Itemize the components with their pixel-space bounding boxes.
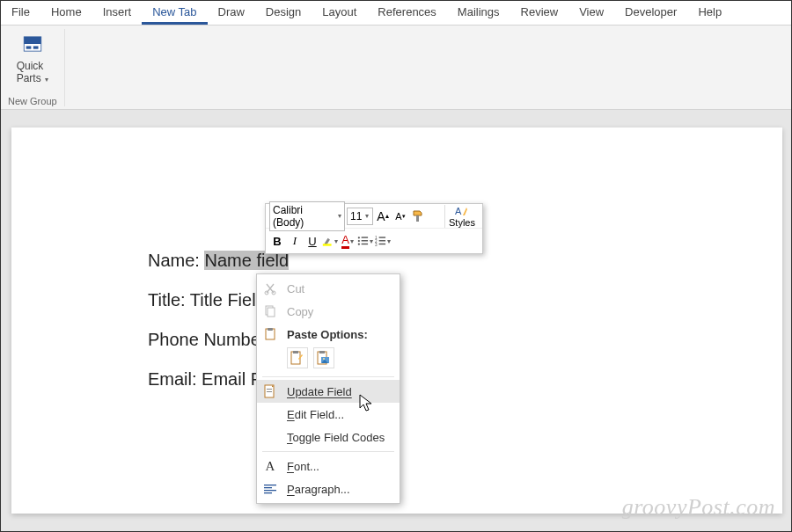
ctx-font[interactable]: A Font... bbox=[257, 455, 400, 477]
svg-rect-12 bbox=[362, 244, 368, 244]
tab-help[interactable]: Help bbox=[687, 1, 732, 25]
svg-rect-24 bbox=[268, 328, 273, 331]
bold-button[interactable]: B bbox=[269, 233, 285, 249]
paste-options-row bbox=[257, 346, 400, 374]
svg-rect-14 bbox=[379, 237, 385, 237]
styles-label: Styles bbox=[449, 217, 475, 228]
svg-rect-4 bbox=[416, 215, 419, 222]
tab-view[interactable]: View bbox=[568, 1, 614, 25]
ctx-font-label: Font... bbox=[287, 460, 319, 473]
svg-rect-25 bbox=[291, 352, 300, 364]
name-label: Name: bbox=[148, 251, 204, 270]
increase-font-icon[interactable]: A▴ bbox=[375, 208, 391, 224]
format-painter-icon[interactable] bbox=[410, 208, 426, 224]
font-name-value: Calibri (Body) bbox=[273, 204, 334, 229]
svg-rect-8 bbox=[362, 237, 368, 237]
doc-line-email[interactable]: Email: Email Fie bbox=[148, 369, 782, 390]
decrease-font-icon[interactable]: A▾ bbox=[392, 208, 408, 224]
tab-design[interactable]: Design bbox=[255, 1, 312, 25]
svg-rect-28 bbox=[319, 351, 325, 353]
chevron-down-icon: ▾ bbox=[387, 237, 391, 245]
separator bbox=[262, 376, 394, 377]
tab-developer[interactable]: Developer bbox=[614, 1, 687, 25]
ctx-toggle-field-codes[interactable]: Toggle Field Codes bbox=[257, 426, 400, 448]
ribbon-tabs: File Home Insert New Tab Draw Design Lay… bbox=[1, 1, 791, 26]
ctx-paste-options-header: Paste Options: bbox=[257, 323, 400, 346]
ribbon-group-label: New Group bbox=[8, 96, 57, 106]
ctx-toggle-field-codes-label: Toggle Field Codes bbox=[287, 431, 385, 444]
svg-rect-1 bbox=[24, 37, 41, 44]
ctx-edit-field[interactable]: Edit Field... bbox=[257, 403, 400, 426]
font-color-button[interactable]: A▾ bbox=[340, 233, 356, 249]
styles-button[interactable]: A Styles bbox=[444, 205, 479, 228]
svg-rect-36 bbox=[264, 490, 276, 491]
quick-parts-icon bbox=[21, 33, 44, 60]
svg-text:3: 3 bbox=[375, 243, 378, 247]
ribbon: QuickParts ▾ New Group bbox=[1, 26, 791, 110]
paste-picture-button[interactable] bbox=[313, 347, 334, 368]
svg-rect-18 bbox=[379, 244, 385, 244]
underline-button[interactable]: U bbox=[304, 233, 320, 249]
numbering-button[interactable]: 123▾ bbox=[375, 233, 391, 249]
paste-icon bbox=[262, 326, 278, 342]
chevron-down-icon: ▾ bbox=[338, 212, 341, 220]
ctx-paste-options-label: Paste Options: bbox=[287, 328, 368, 341]
chevron-down-icon: ▾ bbox=[334, 237, 338, 245]
mini-toolbar: Calibri (Body)▾ 11▾ A▴ A▾ A Styles B I U… bbox=[265, 203, 483, 254]
tab-mailings[interactable]: Mailings bbox=[447, 1, 510, 25]
ctx-update-field[interactable]: Update Field bbox=[257, 380, 400, 403]
quick-parts-label: QuickParts ▾ bbox=[17, 60, 48, 84]
svg-rect-22 bbox=[268, 308, 275, 317]
ctx-edit-field-label: Edit Field... bbox=[287, 408, 344, 421]
update-field-icon bbox=[262, 383, 278, 399]
italic-button[interactable]: I bbox=[287, 233, 303, 249]
tab-layout[interactable]: Layout bbox=[312, 1, 367, 25]
svg-rect-26 bbox=[293, 351, 298, 353]
copy-icon bbox=[262, 303, 278, 319]
tab-review[interactable]: Review bbox=[510, 1, 569, 25]
tab-references[interactable]: References bbox=[367, 1, 446, 25]
font-name-select[interactable]: Calibri (Body)▾ bbox=[269, 201, 345, 231]
doc-line-phone[interactable]: Phone Number bbox=[148, 330, 782, 350]
svg-point-11 bbox=[358, 244, 360, 245]
svg-rect-6 bbox=[323, 244, 332, 245]
scissors-icon bbox=[262, 281, 278, 296]
ctx-copy: Copy bbox=[257, 300, 400, 323]
paste-keep-source-button[interactable] bbox=[287, 347, 308, 368]
ctx-copy-label: Copy bbox=[287, 305, 313, 318]
context-menu: Cut Copy Paste Options: Update Field Edi… bbox=[256, 273, 400, 504]
tab-file[interactable]: File bbox=[1, 1, 40, 25]
font-size-select[interactable]: 11▾ bbox=[347, 208, 373, 225]
ctx-paragraph[interactable]: Paragraph... bbox=[257, 477, 400, 500]
chevron-down-icon: ▾ bbox=[350, 237, 354, 245]
highlight-button[interactable]: ▾ bbox=[322, 233, 338, 249]
svg-point-7 bbox=[358, 237, 360, 238]
tab-new-tab[interactable]: New Tab bbox=[142, 1, 207, 25]
tab-draw[interactable]: Draw bbox=[208, 1, 255, 25]
svg-rect-34 bbox=[264, 485, 276, 485]
svg-point-30 bbox=[323, 358, 325, 360]
watermark: groovyPost.com bbox=[622, 494, 775, 521]
svg-rect-3 bbox=[33, 46, 39, 48]
tab-home[interactable]: Home bbox=[40, 1, 92, 25]
quick-parts-button[interactable]: QuickParts ▾ bbox=[15, 31, 50, 86]
ctx-cut-label: Cut bbox=[287, 282, 304, 295]
separator bbox=[262, 451, 394, 452]
svg-rect-37 bbox=[264, 492, 272, 493]
svg-rect-32 bbox=[267, 389, 272, 390]
bullets-button[interactable]: ▾ bbox=[357, 233, 373, 249]
svg-rect-2 bbox=[26, 46, 32, 48]
chevron-down-icon: ▾ bbox=[365, 212, 369, 220]
ctx-update-field-label: Update Field bbox=[287, 385, 352, 398]
ribbon-group-new: QuickParts ▾ New Group bbox=[8, 29, 65, 106]
svg-text:A: A bbox=[455, 206, 462, 216]
doc-line-title[interactable]: Title: Title Field bbox=[148, 290, 782, 310]
font-icon: A bbox=[262, 458, 278, 474]
svg-point-9 bbox=[358, 240, 360, 242]
svg-rect-16 bbox=[379, 240, 385, 241]
chevron-down-icon: ▾ bbox=[370, 237, 373, 245]
svg-rect-33 bbox=[267, 391, 272, 392]
styles-icon: A bbox=[454, 205, 470, 217]
svg-rect-35 bbox=[264, 487, 272, 488]
tab-insert[interactable]: Insert bbox=[92, 1, 143, 25]
